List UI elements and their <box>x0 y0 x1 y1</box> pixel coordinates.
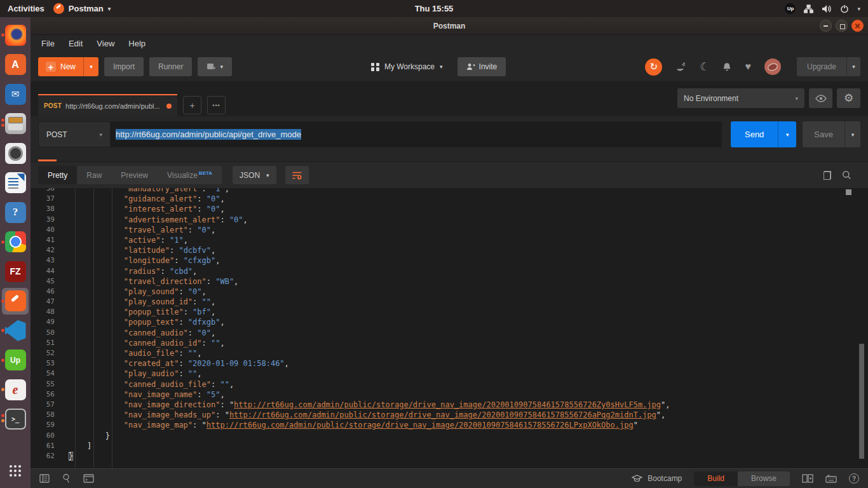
new-dropdown[interactable]: ▾ <box>83 57 98 76</box>
console-icon[interactable] <box>83 474 94 483</box>
menu-help[interactable]: Help <box>123 37 151 50</box>
open-new-window-button[interactable]: ▾ <box>198 57 232 76</box>
url-input[interactable]: http://rt66ug.com/admin/public/api/get_d… <box>110 121 722 147</box>
dock-item-show-applications[interactable] <box>0 456 31 486</box>
tab-preview[interactable]: Preview <box>111 166 158 184</box>
sync-icon[interactable]: ↻ <box>645 58 662 76</box>
import-button[interactable]: Import <box>104 57 144 76</box>
send-dropdown[interactable]: ▾ <box>778 121 796 147</box>
bell-icon[interactable] <box>722 62 731 72</box>
upgrade-dropdown[interactable]: ▾ <box>846 57 860 76</box>
maximize-button[interactable] <box>836 20 848 32</box>
tab-raw[interactable]: Raw <box>77 166 111 184</box>
language-selector[interactable]: JSON ▾ <box>233 166 276 184</box>
menu-edit[interactable]: Edit <box>63 37 88 50</box>
heart-icon[interactable]: ♥ <box>745 61 751 72</box>
line-number: 41 <box>31 235 61 245</box>
avatar[interactable] <box>764 58 781 75</box>
code-line: 38 "interest_alert": "0", <box>31 204 868 214</box>
app-menu[interactable]: Postman ▾ <box>53 3 111 14</box>
workspace-selector[interactable]: My Workspace ▾ <box>371 62 443 71</box>
dock-item-media-app[interactable] <box>0 139 31 168</box>
chevron-down-icon[interactable]: ▾ <box>857 6 860 12</box>
satellite-icon[interactable] <box>675 62 686 72</box>
menu-file[interactable]: File <box>36 37 60 50</box>
network-icon[interactable] <box>804 4 813 13</box>
search-icon[interactable] <box>842 170 851 180</box>
postman-window: Postman File Edit View Help +New ▾ Impor… <box>31 17 868 488</box>
minimize-button[interactable] <box>820 20 832 32</box>
dock-item-thunderbird[interactable]: ✉ <box>0 79 31 109</box>
window-titlebar[interactable]: Postman <box>31 17 868 35</box>
two-pane-icon[interactable] <box>802 474 813 483</box>
dock-item-terminal[interactable]: >_ <box>0 405 31 435</box>
request-tab[interactable]: POST http://rt66ug.com/admin/publ... <box>38 94 177 116</box>
environment-preview-button[interactable] <box>809 88 832 108</box>
code-line: 48 "popup_title": "bf", <box>31 307 868 317</box>
send-button[interactable]: Send ▾ <box>731 121 796 147</box>
line-number: 37 <box>31 194 61 204</box>
volume-icon[interactable] <box>822 4 832 13</box>
copy-icon[interactable] <box>824 171 831 180</box>
moon-icon[interactable]: ☾ <box>700 60 709 74</box>
writer-icon <box>5 172 26 193</box>
tab-pretty[interactable]: Pretty <box>38 166 77 184</box>
line-number: 38 <box>31 204 61 214</box>
keyboard-shortcuts-icon[interactable] <box>825 475 837 483</box>
power-icon[interactable] <box>840 4 849 13</box>
show-apps-icon <box>10 465 21 477</box>
dock-item-ubuntu-software[interactable]: A <box>0 50 31 80</box>
browse-tab[interactable]: Browse <box>738 471 790 486</box>
dock-item-chrome[interactable] <box>0 227 31 257</box>
upgrade-button[interactable]: Upgrade ▾ <box>797 57 860 76</box>
clock[interactable]: Thu 15:55 <box>415 4 454 13</box>
scrollbar-thumb[interactable] <box>859 344 864 459</box>
scrollbar-top[interactable] <box>846 189 851 195</box>
settings-button[interactable]: ⚙ <box>837 88 860 108</box>
chrome-icon <box>5 231 26 252</box>
ubuntu-software-icon: A <box>5 54 26 75</box>
dock-item-firefox[interactable] <box>0 20 31 50</box>
save-button[interactable]: Save ▾ <box>803 121 860 147</box>
code-line: 46 "play_sound": "0", <box>31 287 868 297</box>
help-button[interactable]: ? <box>849 473 859 484</box>
menu-view[interactable]: View <box>91 37 120 50</box>
dock-item-upwork[interactable]: Up <box>0 346 31 376</box>
activities-button[interactable]: Activities <box>8 4 44 13</box>
app-menu-label: Postman <box>69 4 104 13</box>
bootcamp-button[interactable]: Bootcamp <box>632 474 682 483</box>
dock-item-postman[interactable] <box>0 287 31 316</box>
tab-visualize[interactable]: VisualizeBETA <box>158 166 222 184</box>
environment-selector[interactable]: No Environment ▾ <box>677 88 804 108</box>
line-number: 61 <box>31 441 61 451</box>
invite-button[interactable]: Invite <box>458 57 506 76</box>
dock-item-help[interactable]: ? <box>0 198 31 227</box>
new-button[interactable]: +New ▾ <box>38 57 98 76</box>
build-tab[interactable]: Build <box>694 471 738 486</box>
method-selector[interactable]: POST ▾ <box>38 121 110 147</box>
code-line: 43 "longitude": "cfxgb", <box>31 255 868 266</box>
response-link[interactable]: http://rt66ug.com/admin/public/storage/d… <box>207 421 634 430</box>
line-number: 44 <box>31 266 61 276</box>
close-button[interactable] <box>851 20 864 32</box>
response-link[interactable]: http://rt66ug.com/admin/public/storage/d… <box>234 400 661 409</box>
tab-options-button[interactable]: ••• <box>207 96 226 114</box>
new-tab-button[interactable]: + <box>183 96 201 114</box>
request-tabs-collapsed <box>31 152 868 162</box>
runner-button[interactable]: Runner <box>149 57 192 76</box>
find-icon[interactable] <box>62 473 71 484</box>
sidebar-toggle-icon[interactable] <box>39 474 50 483</box>
wrap-text-button[interactable] <box>285 166 309 184</box>
response-body[interactable]: 36 "mandatory_alert": "1",37 "guidance_a… <box>31 188 868 468</box>
line-number: 51 <box>31 338 61 348</box>
line-number: 62 <box>31 451 61 461</box>
response-link[interactable]: http://rt66ug.com/admin/public/storage/d… <box>229 410 656 419</box>
save-dropdown[interactable]: ▾ <box>844 121 860 147</box>
chevron-down-icon: ▾ <box>108 6 111 12</box>
dock-item-annotator[interactable]: e <box>0 375 31 405</box>
dock-item-file-cabinet[interactable] <box>0 109 31 139</box>
dock-item-libreoffice-writer[interactable] <box>0 168 31 198</box>
dock-item-filezilla[interactable]: FZ <box>0 257 31 287</box>
upwork-tray-icon[interactable]: Up <box>785 3 796 14</box>
dock-item-vscode[interactable] <box>0 316 31 346</box>
